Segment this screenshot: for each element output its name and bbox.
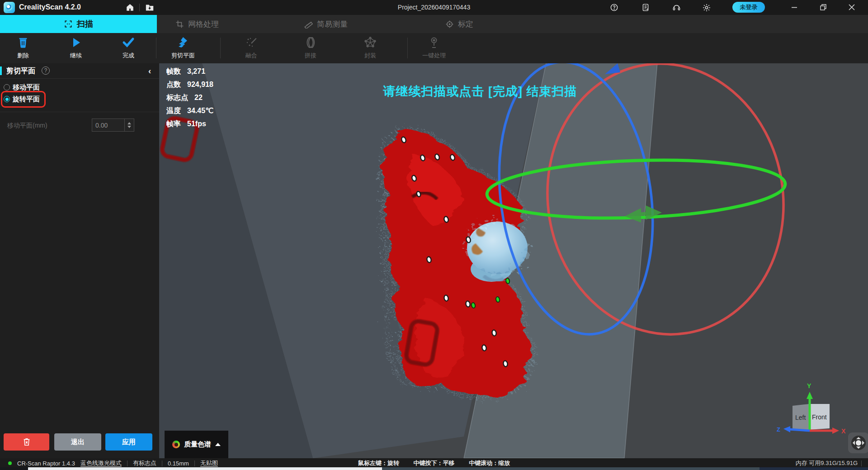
gear-icon bbox=[702, 3, 711, 12]
action-toolbar: 删除 继续 完成 剪切平面 融合 拼接 封装 一 bbox=[0, 33, 868, 63]
chevron-up-icon bbox=[215, 443, 221, 446]
help-icon bbox=[610, 3, 618, 12]
panel-accent-bar bbox=[0, 66, 2, 75]
delete-scan-button[interactable]: 删除 bbox=[3, 36, 43, 60]
panel-help-icon[interactable]: ? bbox=[42, 66, 50, 75]
stitch-icon bbox=[305, 36, 316, 49]
tab-scan[interactable]: 扫描 bbox=[0, 15, 157, 33]
clip-plane-icon bbox=[177, 36, 189, 49]
stat-label: 点数 bbox=[166, 80, 181, 90]
clear-plane-button[interactable] bbox=[4, 433, 49, 451]
bottom-sliver bbox=[382, 467, 760, 470]
panel-collapse-icon[interactable]: ‹ bbox=[148, 66, 151, 76]
colormap-icon bbox=[172, 441, 180, 448]
fusion-button[interactable]: 融合 bbox=[231, 36, 272, 60]
restore-icon bbox=[820, 4, 826, 10]
mode-tab-bar: 扫描 网格处理 简易测量 标定 bbox=[0, 15, 868, 33]
exit-button[interactable]: 退出 bbox=[54, 433, 101, 451]
stat-label: 帧率 bbox=[166, 119, 181, 129]
settings-button[interactable] bbox=[700, 2, 713, 13]
mesh-wrap-button[interactable]: 封装 bbox=[350, 36, 391, 60]
target-icon bbox=[445, 20, 454, 28]
support-button[interactable] bbox=[670, 2, 683, 13]
stat-value: 3,271 bbox=[187, 67, 205, 76]
help-button[interactable] bbox=[607, 2, 621, 13]
play-icon bbox=[71, 36, 81, 49]
stat-frames: 帧数3,271 bbox=[166, 67, 213, 76]
tab-measure-label: 简易测量 bbox=[317, 19, 348, 29]
ruler-icon bbox=[304, 19, 313, 28]
tab-mesh[interactable]: 网格处理 bbox=[175, 15, 219, 33]
rotate-view-button[interactable] bbox=[848, 432, 868, 453]
stitch-button[interactable]: 拼接 bbox=[290, 36, 331, 60]
bottom-sliver bbox=[28, 467, 382, 470]
finish-scan-button[interactable]: 完成 bbox=[108, 36, 149, 60]
colormap-label: 质量色谱 bbox=[184, 440, 211, 449]
login-button[interactable]: 未登录 bbox=[732, 2, 765, 13]
mesh-wrap-label: 封装 bbox=[364, 52, 376, 60]
tab-calibrate-label: 标定 bbox=[458, 19, 473, 29]
clip-plane-button[interactable]: 剪切平面 bbox=[163, 36, 203, 60]
axis-z-label: Z bbox=[777, 426, 780, 433]
move-plane-label: 移动平面(mm) bbox=[7, 122, 47, 130]
toolbar-divider bbox=[156, 38, 156, 58]
scan-scene: Left Front Y X Z bbox=[159, 63, 868, 458]
restore-button[interactable] bbox=[816, 1, 831, 13]
scan-hint-message: 请继续扫描或点击 [完成] 结束扫描 bbox=[349, 83, 611, 100]
axis-z-line bbox=[789, 429, 810, 431]
panel-title: 剪切平面 bbox=[6, 66, 35, 76]
survey-icon bbox=[642, 3, 650, 12]
stat-value: 34.45℃ bbox=[187, 106, 213, 115]
feedback-button[interactable] bbox=[639, 2, 652, 13]
tab-mesh-label: 网格处理 bbox=[188, 19, 219, 29]
tab-measure[interactable]: 简易测量 bbox=[304, 15, 348, 33]
view-cube-front-label: Front bbox=[812, 413, 827, 421]
view-cube-left-label: Left bbox=[795, 414, 806, 421]
scan-3d-viewport[interactable]: Left Front Y X Z bbox=[159, 63, 868, 458]
panel-divider bbox=[0, 78, 159, 79]
stat-value: 22 bbox=[194, 94, 203, 102]
axis-x-label: X bbox=[841, 427, 846, 435]
crealityscan-window: CrealityScan 4.2.0 Project_2026040917044… bbox=[0, 0, 868, 470]
mesh-sphere-icon bbox=[364, 36, 376, 49]
magic-wand-icon bbox=[245, 36, 257, 49]
one-click-label: 一键处理 bbox=[422, 52, 446, 60]
stat-value: 924,918 bbox=[187, 81, 213, 89]
stat-points: 点数924,918 bbox=[166, 80, 213, 90]
delete-label: 删除 bbox=[17, 52, 29, 60]
one-click-button[interactable]: 一键处理 bbox=[414, 36, 454, 60]
status-divider bbox=[861, 461, 862, 466]
move-plane-stepper[interactable] bbox=[124, 119, 134, 131]
one-click-icon bbox=[429, 36, 439, 49]
memory-group: 内存 可用9.31G/15.91G bbox=[796, 459, 862, 467]
apply-button[interactable]: 应用 bbox=[105, 433, 152, 451]
trash-icon bbox=[23, 437, 31, 446]
scan-stats: 帧数3,271 点数924,918 标志点22 温度34.45℃ 帧率51fps bbox=[166, 67, 213, 129]
minimize-button[interactable] bbox=[787, 1, 802, 13]
memory-usage: 内存 可用9.31G/15.91G bbox=[796, 459, 858, 467]
status-bar: CR-Scan Raptor 1.4.3 蓝色线激光模式 有标志点 0.15mm… bbox=[0, 458, 868, 467]
stepper-down-icon[interactable] bbox=[127, 126, 131, 128]
bottom-sliver bbox=[760, 467, 868, 470]
minimize-icon bbox=[791, 4, 797, 10]
check-icon bbox=[122, 36, 135, 49]
close-icon bbox=[849, 4, 855, 10]
stat-temperature: 温度34.45℃ bbox=[166, 106, 213, 116]
panel-header: 剪切平面 ? ‹ bbox=[0, 65, 159, 77]
clip-plane-label: 剪切平面 bbox=[171, 52, 195, 60]
quality-colormap-button[interactable]: 质量色谱 bbox=[165, 431, 228, 458]
stepper-up-icon[interactable] bbox=[127, 122, 131, 124]
annotation-highlight-box bbox=[1, 91, 46, 108]
mouse-hints: 鼠标左键：旋转 中键按下：平移 中键滚动：缩放 bbox=[0, 459, 868, 467]
crop-icon bbox=[175, 20, 184, 28]
close-button[interactable] bbox=[844, 1, 859, 13]
tab-calibrate[interactable]: 标定 bbox=[445, 15, 473, 33]
continue-label: 继续 bbox=[70, 52, 82, 60]
fusion-label: 融合 bbox=[245, 52, 257, 60]
stat-label: 帧数 bbox=[166, 67, 181, 76]
trash-icon bbox=[18, 36, 28, 49]
continue-scan-button[interactable]: 继续 bbox=[56, 36, 96, 60]
clip-plane-panel: 剪切平面 ? ‹ 移动平面 旋转平面 移动平面(mm) 退出 应用 bbox=[0, 63, 159, 458]
toolbar-divider bbox=[220, 38, 221, 58]
stat-label: 标志点 bbox=[166, 93, 188, 103]
